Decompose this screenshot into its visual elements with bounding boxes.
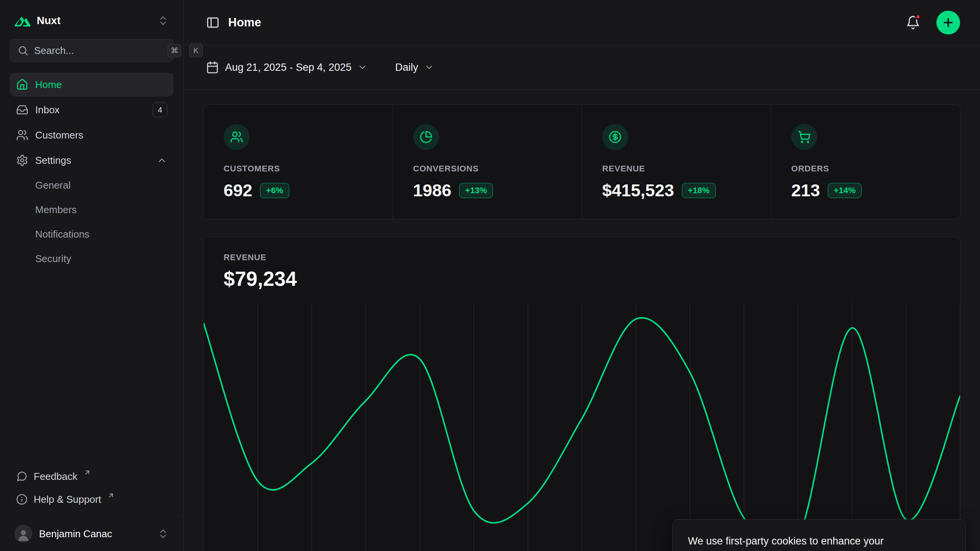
sidebar-subitem-general[interactable]: General bbox=[10, 174, 173, 197]
cookie-message: We use first-party cookies to enhance yo… bbox=[688, 533, 910, 551]
sidebar-item-label: Inbox bbox=[35, 104, 60, 116]
calendar-icon bbox=[206, 61, 219, 74]
stat-value: 692 bbox=[224, 181, 252, 201]
filters-toolbar: Aug 21, 2025 - Sep 4, 2025 Daily bbox=[184, 45, 980, 90]
stat-delta-badge: +13% bbox=[459, 183, 493, 198]
message-circle-icon bbox=[16, 471, 28, 482]
panel-left-icon[interactable] bbox=[206, 16, 220, 29]
sidebar-subitem-notifications[interactable]: Notifications bbox=[10, 223, 173, 246]
user-name: Benjamin Canac bbox=[39, 528, 112, 540]
stat-conversions: CONVERSIONS 1986 +13% bbox=[393, 105, 582, 219]
stat-delta-badge: +14% bbox=[828, 183, 862, 198]
info-circle-icon bbox=[16, 494, 28, 505]
sidebar: Nuxt ⌘ K Home Inbox 4 bbox=[0, 0, 184, 551]
sidebar-subitem-members[interactable]: Members bbox=[10, 198, 173, 221]
sidebar-item-inbox[interactable]: Inbox 4 bbox=[10, 98, 173, 122]
stat-customers: CUSTOMERS 692 +6% bbox=[204, 105, 393, 219]
user-section: Benjamin Canac bbox=[0, 516, 183, 551]
date-range-label: Aug 21, 2025 - Sep 4, 2025 bbox=[225, 62, 351, 73]
kbd-meta: ⌘ bbox=[168, 44, 181, 57]
stat-label: ORDERS bbox=[791, 164, 940, 174]
period-label: Daily bbox=[395, 62, 418, 73]
sidebar-item-settings[interactable]: Settings bbox=[10, 148, 173, 172]
stat-delta-badge: +18% bbox=[682, 183, 716, 198]
users-icon bbox=[224, 124, 250, 150]
workspace-name: Nuxt bbox=[37, 15, 60, 27]
sidebar-item-label: Customers bbox=[35, 129, 83, 141]
dashboard-content: CUSTOMERS 692 +6% CONVERSIONS 1986 +13% bbox=[184, 90, 980, 551]
cookie-banner: We use first-party cookies to enhance yo… bbox=[672, 519, 966, 551]
user-menu[interactable]: Benjamin Canac bbox=[10, 522, 173, 546]
avatar bbox=[15, 525, 32, 543]
revenue-chart-card: REVENUE $79,234 bbox=[203, 237, 960, 551]
gear-icon bbox=[16, 154, 28, 166]
stat-label: CONVERSIONS bbox=[413, 164, 562, 174]
sidebar-item-home[interactable]: Home bbox=[10, 73, 173, 96]
nuxt-logo-icon bbox=[15, 15, 31, 27]
sidebar-item-customers[interactable]: Customers bbox=[10, 123, 173, 147]
stat-value: 1986 bbox=[413, 181, 451, 201]
revenue-chart-label: REVENUE bbox=[224, 253, 940, 262]
chevrons-up-down-icon bbox=[157, 15, 169, 26]
stat-value: $415,523 bbox=[602, 181, 674, 201]
inbox-count-badge: 4 bbox=[153, 103, 167, 117]
stat-label: REVENUE bbox=[602, 164, 751, 174]
page-title: Home bbox=[228, 16, 261, 29]
search-input[interactable] bbox=[34, 45, 162, 57]
pie-chart-icon bbox=[413, 124, 439, 150]
sidebar-item-label: Home bbox=[35, 79, 62, 91]
stat-value: 213 bbox=[791, 181, 820, 201]
chevron-down-icon bbox=[424, 62, 434, 72]
external-link-icon bbox=[83, 469, 91, 476]
sidebar-subitem-security[interactable]: Security bbox=[10, 247, 173, 270]
notification-dot bbox=[915, 14, 921, 20]
feedback-label: Feedback bbox=[34, 471, 77, 483]
add-button[interactable] bbox=[936, 11, 960, 34]
home-icon bbox=[16, 78, 28, 91]
stat-revenue: REVENUE $415,523 +18% bbox=[582, 105, 771, 219]
search-icon bbox=[17, 45, 29, 56]
stat-delta-badge: +6% bbox=[260, 183, 289, 198]
sidebar-nav: Home Inbox 4 Customers Settings bbox=[10, 73, 173, 270]
chevron-up-icon bbox=[157, 155, 167, 166]
help-support-label: Help & Support bbox=[34, 494, 101, 505]
external-link-icon bbox=[107, 492, 115, 499]
top-header: Home bbox=[184, 0, 980, 45]
chevrons-up-down-icon bbox=[157, 528, 169, 540]
revenue-chart-area bbox=[204, 303, 960, 551]
revenue-chart bbox=[204, 303, 960, 551]
stat-orders: ORDERS 213 +14% bbox=[771, 105, 960, 219]
notifications-button[interactable] bbox=[906, 15, 920, 30]
cart-icon bbox=[791, 124, 817, 150]
main-area: Home Aug 21, 2025 - Sep 4, 2025 Daily bbox=[184, 0, 980, 551]
workspace-selector[interactable]: Nuxt bbox=[10, 11, 173, 31]
stat-label: CUSTOMERS bbox=[224, 164, 373, 174]
feedback-link[interactable]: Feedback bbox=[10, 465, 173, 488]
inbox-icon bbox=[16, 104, 28, 116]
revenue-chart-value: $79,234 bbox=[224, 267, 940, 290]
help-support-link[interactable]: Help & Support bbox=[10, 488, 173, 511]
stats-grid: CUSTOMERS 692 +6% CONVERSIONS 1986 +13% bbox=[203, 104, 960, 219]
users-icon bbox=[16, 129, 28, 141]
dollar-circle-icon bbox=[602, 124, 628, 150]
period-select[interactable]: Daily bbox=[395, 62, 434, 73]
sidebar-item-label: Settings bbox=[35, 155, 71, 166]
chevron-down-icon bbox=[358, 62, 368, 72]
search-box[interactable]: ⌘ K bbox=[10, 39, 173, 62]
date-range-picker[interactable]: Aug 21, 2025 - Sep 4, 2025 bbox=[206, 61, 368, 74]
